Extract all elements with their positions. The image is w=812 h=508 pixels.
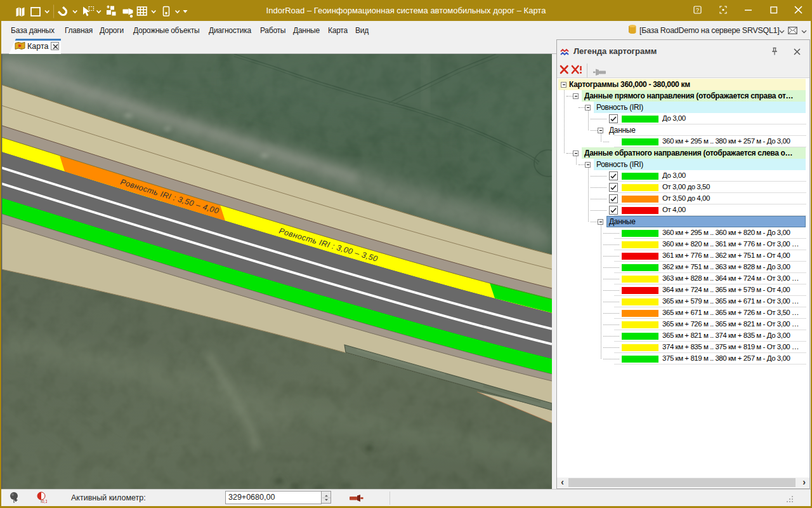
svg-text:0,1: 0,1 <box>42 499 47 504</box>
svg-text:?: ? <box>696 7 699 13</box>
